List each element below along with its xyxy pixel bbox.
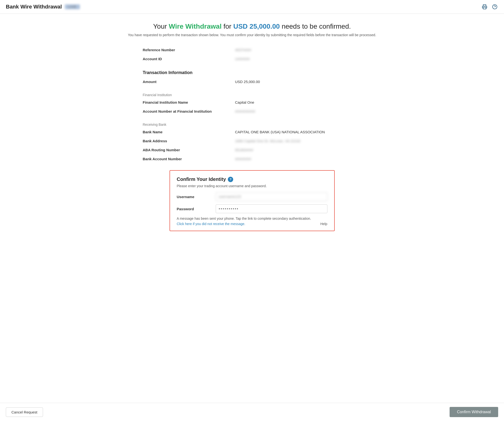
header-left: Bank Wire Withdrawal LIVE bbox=[6, 4, 80, 10]
fi-table: Financial Institution Name Capital One A… bbox=[143, 98, 361, 116]
username-field-row: Username username123 bbox=[177, 192, 327, 201]
bank-address-row: Bank Address 1680 Capital One Dr, McLean… bbox=[143, 136, 361, 145]
identity-description: Please enter your trading account userna… bbox=[177, 184, 327, 188]
print-icon[interactable] bbox=[481, 3, 488, 10]
account-id-row: Account ID U###### bbox=[143, 54, 361, 63]
reference-row: Reference Number 4937#### bbox=[143, 45, 361, 54]
username-input[interactable]: username123 bbox=[216, 192, 327, 201]
reference-value: 4937#### bbox=[235, 48, 361, 52]
fi-account-row: Account Number at Financial Institution … bbox=[143, 107, 361, 116]
username-label: Username bbox=[177, 195, 216, 199]
bank-name-row: Bank Name CAPITAL ONE BANK (USA) NATIONA… bbox=[143, 127, 361, 136]
header-badge: LIVE bbox=[65, 4, 80, 9]
heading-suffix: needs to be confirmed. bbox=[282, 23, 351, 30]
auth-message: A message has been sent your phone. Tap … bbox=[177, 217, 327, 220]
auth-footer: Click here if you did not receive the me… bbox=[177, 222, 327, 226]
receiving-bank-table: Bank Name CAPITAL ONE BANK (USA) NATIONA… bbox=[143, 127, 361, 163]
fi-name-value: Capital One bbox=[235, 100, 361, 104]
main-content: Your Wire Withdrawal for USD 25,000.00 n… bbox=[0, 14, 504, 403]
identity-title-text: Confirm Your Identity bbox=[177, 177, 226, 182]
amount-row: Amount USD 25,000.00 bbox=[143, 77, 361, 86]
header-icons bbox=[481, 3, 498, 10]
bank-address-label: Bank Address bbox=[143, 139, 235, 143]
fi-name-label: Financial Institution Name bbox=[143, 100, 235, 104]
fi-account-value: ########## bbox=[235, 109, 361, 113]
heading-amount: USD 25,000.00 bbox=[233, 23, 280, 30]
page-header: Bank Wire Withdrawal LIVE bbox=[0, 0, 504, 14]
help-icon[interactable] bbox=[491, 3, 498, 10]
transaction-table: Amount USD 25,000.00 bbox=[143, 77, 361, 86]
fi-name-row: Financial Institution Name Capital One bbox=[143, 98, 361, 107]
fi-account-label: Account Number at Financial Institution bbox=[143, 109, 235, 113]
receiving-bank-section-header: Receiving Bank bbox=[143, 123, 361, 126]
confirm-button[interactable]: Confirm Withdrawal bbox=[450, 407, 498, 417]
page-subtext: You have requested to perform the transa… bbox=[15, 32, 489, 38]
page-heading: Your Wire Withdrawal for USD 25,000.00 n… bbox=[15, 23, 489, 30]
bank-account-label: Bank Account Number bbox=[143, 157, 235, 161]
password-input[interactable]: •••••••••• bbox=[216, 204, 327, 213]
bank-account-value: ######## bbox=[235, 157, 361, 161]
bank-account-row: Bank Account Number ######## bbox=[143, 154, 361, 163]
identity-box: Confirm Your Identity ? Please enter you… bbox=[170, 170, 335, 231]
page-title: Bank Wire Withdrawal bbox=[6, 4, 62, 10]
account-id-value: U###### bbox=[235, 57, 361, 61]
transaction-section-header: Transaction Information bbox=[143, 70, 361, 75]
amount-value: USD 25,000.00 bbox=[235, 80, 361, 84]
password-field-row: Password •••••••••• bbox=[177, 204, 327, 213]
aba-label: ABA Routing Number bbox=[143, 148, 235, 152]
identity-title: Confirm Your Identity ? bbox=[177, 177, 327, 182]
confirmation-heading: Your Wire Withdrawal for USD 25,000.00 n… bbox=[15, 23, 489, 30]
bank-name-label: Bank Name bbox=[143, 130, 235, 134]
auth-help-text[interactable]: Help bbox=[320, 222, 327, 226]
amount-label: Amount bbox=[143, 80, 235, 84]
aba-row: ABA Routing Number 05160#### bbox=[143, 145, 361, 154]
account-id-label: Account ID bbox=[143, 57, 235, 61]
page-footer: Cancel Request Confirm Withdrawal bbox=[0, 403, 504, 421]
aba-value: 05160#### bbox=[235, 148, 361, 152]
auth-resend-link[interactable]: Click here if you did not receive the me… bbox=[177, 222, 245, 226]
cancel-button[interactable]: Cancel Request bbox=[6, 407, 43, 417]
reference-label: Reference Number bbox=[143, 48, 235, 52]
bank-name-value: CAPITAL ONE BANK (USA) NATIONAL ASSOCIAT… bbox=[235, 130, 361, 134]
fi-section-header: Financial Institution bbox=[143, 93, 361, 97]
identity-help-icon[interactable]: ? bbox=[228, 177, 233, 182]
svg-rect-0 bbox=[483, 7, 486, 9]
heading-wire-withdrawal: Wire Withdrawal bbox=[169, 23, 222, 30]
password-label: Password bbox=[177, 207, 216, 211]
reference-section: Reference Number 4937#### Account ID U##… bbox=[143, 45, 361, 63]
bank-address-value: 1680 Capital One Dr, McLean, VA 22102 bbox=[235, 139, 361, 143]
